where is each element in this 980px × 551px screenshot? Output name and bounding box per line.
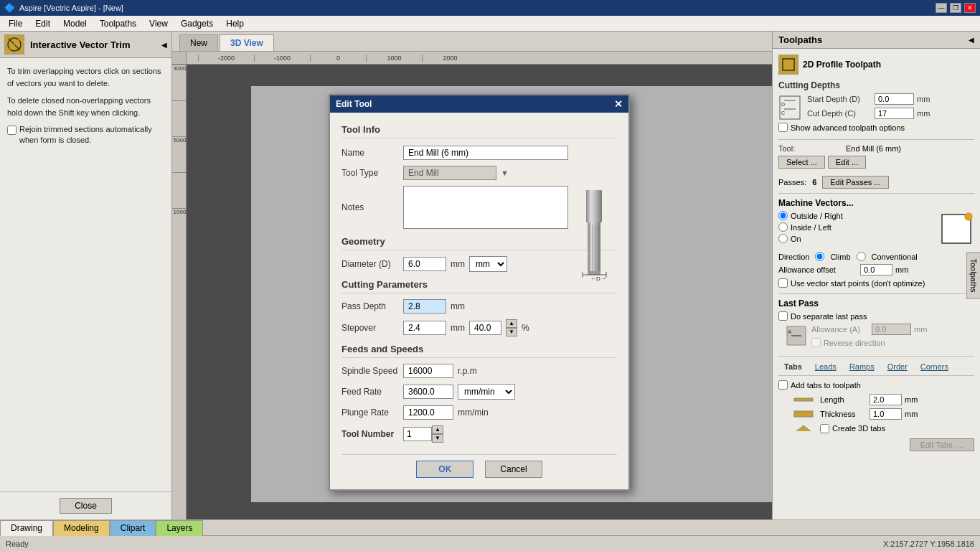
tool-name-input[interactable]: [403, 146, 568, 160]
feed-rate-input[interactable]: [403, 385, 453, 399]
length-label: Length: [820, 395, 867, 404]
feed-rate-unit-select[interactable]: mm/min mm/sec: [458, 384, 515, 400]
cut-depth-label: Cut Depth (C): [807, 109, 872, 118]
menu-toolpaths[interactable]: Toolpaths: [94, 17, 142, 30]
divider-2: [778, 193, 974, 194]
menu-model[interactable]: Model: [57, 17, 93, 30]
edit-tabs-button: Edit Tabs ....: [910, 438, 974, 451]
length-icon: [793, 394, 814, 405]
right-panel-pin[interactable]: ◀: [969, 36, 974, 44]
panel-pin-button[interactable]: ◀: [161, 41, 167, 49]
allowance-input[interactable]: [860, 264, 892, 276]
ruler-mark-4: 2000: [422, 55, 478, 62]
app-title: Aspire [Vectric Aspire] - [New]: [19, 4, 123, 12]
tool-number-up[interactable]: ▲: [432, 425, 443, 434]
tool-number-input[interactable]: [403, 427, 432, 441]
notes-textarea[interactable]: [403, 186, 568, 229]
thickness-input[interactable]: [870, 408, 902, 420]
menu-help[interactable]: Help: [220, 17, 250, 30]
edit-tool-button[interactable]: Edit ...: [828, 156, 866, 169]
cancel-button[interactable]: Cancel: [485, 461, 542, 478]
3d-view-tab[interactable]: 3D View: [220, 34, 274, 51]
close-panel-button[interactable]: Close: [60, 498, 112, 514]
inside-left-radio[interactable]: [778, 222, 788, 232]
allowance-a-input[interactable]: [872, 324, 911, 335]
edit-passes-button[interactable]: Edit Passes ...: [822, 176, 888, 189]
tool-number-spinner-btns[interactable]: ▲ ▼: [432, 425, 443, 443]
stepover-up[interactable]: ▲: [506, 319, 517, 328]
diameter-input[interactable]: [403, 257, 446, 271]
name-label: Name: [341, 148, 399, 158]
tool-number-down[interactable]: ▼: [432, 434, 443, 443]
thickness-label: Thickness: [820, 410, 867, 418]
toolpaths-side-tab[interactable]: Toolpaths: [966, 252, 980, 298]
stepover-input[interactable]: [403, 321, 446, 335]
menu-edit[interactable]: Edit: [29, 17, 56, 30]
canvas-area: 3000 5000 1000 Edit Tool ✕: [172, 65, 772, 519]
allowance-a-row: Allowance (A) mm: [811, 324, 927, 335]
stepover-down[interactable]: ▼: [506, 328, 517, 336]
menu-view[interactable]: View: [143, 17, 174, 30]
ruler-h-marks: -2000 -1000 0 1000 2000: [198, 55, 478, 62]
inside-left-row: Inside / Left: [778, 222, 933, 232]
start-depth-input[interactable]: [875, 93, 914, 105]
add-tabs-checkbox[interactable]: [778, 380, 788, 390]
passes-count: 6: [812, 178, 816, 187]
panel-title: Interactive Vector Trim: [30, 39, 130, 50]
tab-order[interactable]: Order: [882, 361, 913, 372]
tab-ramps[interactable]: Ramps: [844, 361, 880, 372]
length-input[interactable]: [870, 394, 902, 405]
menu-gadgets[interactable]: Gadgets: [175, 17, 219, 30]
menu-file[interactable]: File: [3, 17, 28, 30]
outside-right-radio[interactable]: [778, 211, 788, 220]
direction-diagram: [938, 211, 974, 249]
clipart-tab[interactable]: Clipart: [110, 520, 156, 536]
ok-button[interactable]: OK: [416, 461, 473, 478]
pass-depth-unit: mm: [451, 301, 465, 311]
tool-number-spinner[interactable]: ▲ ▼: [403, 425, 443, 443]
maximize-button[interactable]: ❐: [950, 3, 961, 13]
layers-tab[interactable]: Layers: [156, 520, 203, 536]
right-panel-scroll[interactable]: 2D Profile Toolpath Cutting Depths D C: [773, 49, 980, 515]
close-button[interactable]: ✕: [964, 3, 976, 13]
select-tool-button[interactable]: Select ...: [778, 156, 825, 169]
diameter-unit-select[interactable]: mm inch: [469, 256, 507, 272]
do-separate-checkbox[interactable]: [778, 311, 788, 321]
panel-content: To trim overlapping vectors click on sec…: [0, 58, 171, 491]
svg-text:C: C: [781, 110, 785, 116]
stepover-pct-input[interactable]: [469, 321, 501, 335]
tool-row: Tool: End Mill (6 mm): [778, 144, 974, 153]
cut-depth-unit: mm: [917, 109, 930, 118]
add-tabs-row: Add tabs to toolpath: [778, 380, 974, 390]
show-advanced-checkbox[interactable]: [778, 123, 788, 132]
tab-leads[interactable]: Leads: [809, 361, 842, 372]
depth-fields: Start Depth (D) mm Cut Depth (C) mm: [807, 93, 930, 122]
plunge-rate-input[interactable]: [403, 405, 453, 420]
conventional-radio[interactable]: [857, 252, 866, 261]
rejoin-checkbox[interactable]: [7, 126, 17, 135]
tool-buttons-row: Select ... Edit ...: [778, 156, 974, 169]
cut-depth-input[interactable]: [875, 108, 914, 119]
pass-depth-input[interactable]: [403, 299, 446, 314]
spindle-speed-input[interactable]: [403, 364, 453, 378]
create3d-icon: [793, 423, 814, 434]
tabs-strip: Tabs Leads Ramps Order Corners: [778, 361, 974, 376]
modeling-tab[interactable]: Modeling: [53, 520, 110, 536]
main-canvas[interactable]: Edit Tool ✕ Tool Info Name Tool Type: [187, 65, 772, 519]
start-depth-unit: mm: [917, 95, 930, 103]
use-vector-checkbox[interactable]: [778, 278, 788, 288]
cutting-depths-title: Cutting Depths: [778, 80, 974, 90]
tab-tabs[interactable]: Tabs: [778, 361, 808, 372]
stepover-spinner[interactable]: ▲ ▼: [506, 319, 517, 336]
minimize-button[interactable]: —: [936, 3, 947, 13]
drawing-tab[interactable]: Drawing: [0, 520, 53, 536]
cut-depth-row: Cut Depth (C) mm: [807, 108, 930, 119]
climb-label: Climb: [830, 253, 850, 261]
new-tab[interactable]: New: [179, 34, 218, 51]
dialog-close-button[interactable]: ✕: [614, 98, 623, 110]
reverse-label: Reverse direction: [824, 339, 885, 347]
create-3d-checkbox[interactable]: [820, 424, 829, 433]
tab-corners[interactable]: Corners: [915, 361, 954, 372]
climb-radio[interactable]: [815, 252, 824, 261]
on-radio[interactable]: [778, 234, 788, 243]
